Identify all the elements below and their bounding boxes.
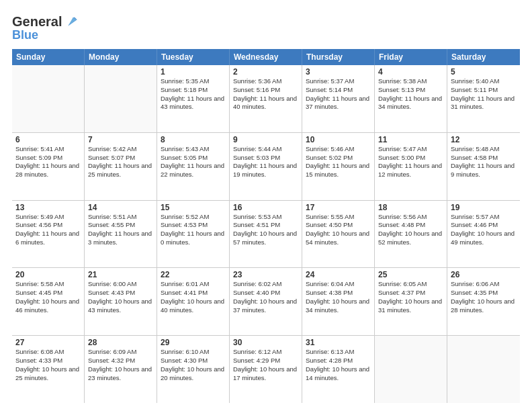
day-number: 6 xyxy=(15,135,81,144)
calendar-cell: 26Sunrise: 6:06 AM Sunset: 4:35 PM Dayli… xyxy=(447,268,520,335)
calendar-row-5: 27Sunrise: 6:08 AM Sunset: 4:33 PM Dayli… xyxy=(12,336,520,403)
calendar-cell: 12Sunrise: 5:48 AM Sunset: 4:58 PM Dayli… xyxy=(447,133,520,200)
calendar-cell: 22Sunrise: 6:01 AM Sunset: 4:41 PM Dayli… xyxy=(157,268,230,335)
day-number: 23 xyxy=(233,270,298,279)
header-cell-monday: Monday xyxy=(85,49,157,65)
cell-info: Sunrise: 5:43 AM Sunset: 5:05 PM Dayligh… xyxy=(161,145,226,179)
calendar-cell: 17Sunrise: 5:55 AM Sunset: 4:50 PM Dayli… xyxy=(302,201,375,268)
day-number: 4 xyxy=(378,67,443,77)
calendar-cell: 20Sunrise: 5:58 AM Sunset: 4:45 PM Dayli… xyxy=(12,268,85,335)
cell-info: Sunrise: 6:09 AM Sunset: 4:32 PM Dayligh… xyxy=(88,348,153,382)
calendar-cell: 21Sunrise: 6:00 AM Sunset: 4:43 PM Dayli… xyxy=(85,268,157,335)
calendar-cell xyxy=(375,336,447,403)
cell-info: Sunrise: 5:47 AM Sunset: 5:00 PM Dayligh… xyxy=(378,145,443,179)
cell-info: Sunrise: 5:49 AM Sunset: 4:56 PM Dayligh… xyxy=(15,213,81,247)
logo-icon xyxy=(63,12,82,31)
calendar-cell: 1Sunrise: 5:35 AM Sunset: 5:18 PM Daylig… xyxy=(157,65,230,132)
header-cell-tuesday: Tuesday xyxy=(157,49,230,65)
cell-info: Sunrise: 5:46 AM Sunset: 5:02 PM Dayligh… xyxy=(306,145,371,179)
cell-info: Sunrise: 5:48 AM Sunset: 4:58 PM Dayligh… xyxy=(451,145,517,179)
day-number: 28 xyxy=(88,338,153,347)
day-number: 10 xyxy=(306,135,371,144)
cell-info: Sunrise: 5:57 AM Sunset: 4:46 PM Dayligh… xyxy=(451,213,517,247)
cell-info: Sunrise: 6:02 AM Sunset: 4:40 PM Dayligh… xyxy=(233,280,298,314)
cell-info: Sunrise: 5:58 AM Sunset: 4:45 PM Dayligh… xyxy=(15,280,81,314)
cell-info: Sunrise: 6:06 AM Sunset: 4:35 PM Dayligh… xyxy=(451,280,517,314)
cell-info: Sunrise: 6:05 AM Sunset: 4:37 PM Dayligh… xyxy=(378,280,443,314)
calendar-cell: 14Sunrise: 5:51 AM Sunset: 4:55 PM Dayli… xyxy=(85,201,157,268)
day-number: 24 xyxy=(306,270,371,279)
calendar-row-1: 1Sunrise: 5:35 AM Sunset: 5:18 PM Daylig… xyxy=(12,65,520,133)
calendar-cell: 29Sunrise: 6:10 AM Sunset: 4:30 PM Dayli… xyxy=(157,336,230,403)
day-number: 15 xyxy=(161,203,226,212)
logo-text: General xyxy=(12,15,62,28)
calendar-header: SundayMondayTuesdayWednesdayThursdayFrid… xyxy=(12,49,520,65)
calendar-cell: 9Sunrise: 5:44 AM Sunset: 5:03 PM Daylig… xyxy=(230,133,302,200)
day-number: 16 xyxy=(233,203,298,212)
calendar-cell: 15Sunrise: 5:52 AM Sunset: 4:53 PM Dayli… xyxy=(157,201,230,268)
header-cell-thursday: Thursday xyxy=(302,49,375,65)
calendar-cell: 28Sunrise: 6:09 AM Sunset: 4:32 PM Dayli… xyxy=(85,336,157,403)
day-number: 22 xyxy=(161,270,226,279)
calendar-cell: 2Sunrise: 5:36 AM Sunset: 5:16 PM Daylig… xyxy=(230,65,302,132)
calendar-cell: 4Sunrise: 5:38 AM Sunset: 5:13 PM Daylig… xyxy=(375,65,447,132)
calendar-cell: 7Sunrise: 5:42 AM Sunset: 5:07 PM Daylig… xyxy=(85,133,157,200)
cell-info: Sunrise: 5:38 AM Sunset: 5:13 PM Dayligh… xyxy=(378,77,443,111)
day-number: 8 xyxy=(161,135,226,144)
calendar-row-4: 20Sunrise: 5:58 AM Sunset: 4:45 PM Dayli… xyxy=(12,268,520,336)
cell-info: Sunrise: 5:42 AM Sunset: 5:07 PM Dayligh… xyxy=(88,145,153,179)
cell-info: Sunrise: 5:36 AM Sunset: 5:16 PM Dayligh… xyxy=(233,77,298,111)
day-number: 12 xyxy=(451,135,517,144)
day-number: 21 xyxy=(88,270,153,279)
calendar-cell: 11Sunrise: 5:47 AM Sunset: 5:00 PM Dayli… xyxy=(375,133,447,200)
calendar-cell xyxy=(12,65,85,132)
day-number: 31 xyxy=(306,338,371,347)
day-number: 30 xyxy=(233,338,298,347)
calendar-cell: 27Sunrise: 6:08 AM Sunset: 4:33 PM Dayli… xyxy=(12,336,85,403)
page-header: General Blue xyxy=(12,12,520,42)
cell-info: Sunrise: 5:55 AM Sunset: 4:50 PM Dayligh… xyxy=(306,213,371,247)
calendar-row-3: 13Sunrise: 5:49 AM Sunset: 4:56 PM Dayli… xyxy=(12,201,520,269)
calendar-cell: 10Sunrise: 5:46 AM Sunset: 5:02 PM Dayli… xyxy=(302,133,375,200)
day-number: 17 xyxy=(306,203,371,212)
calendar-cell: 5Sunrise: 5:40 AM Sunset: 5:11 PM Daylig… xyxy=(447,65,520,132)
header-cell-wednesday: Wednesday xyxy=(230,49,302,65)
cell-info: Sunrise: 5:41 AM Sunset: 5:09 PM Dayligh… xyxy=(15,145,81,179)
calendar-cell: 31Sunrise: 6:13 AM Sunset: 4:28 PM Dayli… xyxy=(302,336,375,403)
day-number: 27 xyxy=(15,338,81,347)
cell-info: Sunrise: 5:40 AM Sunset: 5:11 PM Dayligh… xyxy=(451,77,517,111)
calendar: SundayMondayTuesdayWednesdayThursdayFrid… xyxy=(12,49,520,403)
header-cell-friday: Friday xyxy=(375,49,447,65)
cell-info: Sunrise: 6:01 AM Sunset: 4:41 PM Dayligh… xyxy=(161,280,226,314)
cell-info: Sunrise: 6:04 AM Sunset: 4:38 PM Dayligh… xyxy=(306,280,371,314)
cell-info: Sunrise: 5:56 AM Sunset: 4:48 PM Dayligh… xyxy=(378,213,443,247)
day-number: 2 xyxy=(233,67,298,77)
cell-info: Sunrise: 5:35 AM Sunset: 5:18 PM Dayligh… xyxy=(161,77,226,111)
day-number: 25 xyxy=(378,270,443,279)
day-number: 18 xyxy=(378,203,443,212)
day-number: 29 xyxy=(161,338,226,347)
calendar-cell xyxy=(85,65,157,132)
logo: General Blue xyxy=(12,12,82,42)
day-number: 13 xyxy=(15,203,81,212)
cell-info: Sunrise: 5:53 AM Sunset: 4:51 PM Dayligh… xyxy=(233,213,298,247)
cell-info: Sunrise: 5:37 AM Sunset: 5:14 PM Dayligh… xyxy=(306,77,371,111)
calendar-cell: 3Sunrise: 5:37 AM Sunset: 5:14 PM Daylig… xyxy=(302,65,375,132)
cell-info: Sunrise: 5:51 AM Sunset: 4:55 PM Dayligh… xyxy=(88,213,153,247)
header-cell-saturday: Saturday xyxy=(447,49,520,65)
day-number: 9 xyxy=(233,135,298,144)
cell-info: Sunrise: 6:08 AM Sunset: 4:33 PM Dayligh… xyxy=(15,348,81,382)
calendar-cell: 25Sunrise: 6:05 AM Sunset: 4:37 PM Dayli… xyxy=(375,268,447,335)
cell-info: Sunrise: 6:13 AM Sunset: 4:28 PM Dayligh… xyxy=(306,348,371,382)
cell-info: Sunrise: 6:12 AM Sunset: 4:29 PM Dayligh… xyxy=(233,348,298,382)
calendar-body: 1Sunrise: 5:35 AM Sunset: 5:18 PM Daylig… xyxy=(12,65,520,403)
cell-info: Sunrise: 5:52 AM Sunset: 4:53 PM Dayligh… xyxy=(161,213,226,247)
calendar-cell: 30Sunrise: 6:12 AM Sunset: 4:29 PM Dayli… xyxy=(230,336,302,403)
calendar-cell: 8Sunrise: 5:43 AM Sunset: 5:05 PM Daylig… xyxy=(157,133,230,200)
day-number: 20 xyxy=(15,270,81,279)
day-number: 1 xyxy=(161,67,226,77)
cell-info: Sunrise: 6:00 AM Sunset: 4:43 PM Dayligh… xyxy=(88,280,153,314)
day-number: 26 xyxy=(451,270,517,279)
calendar-cell: 16Sunrise: 5:53 AM Sunset: 4:51 PM Dayli… xyxy=(230,201,302,268)
day-number: 19 xyxy=(451,203,517,212)
